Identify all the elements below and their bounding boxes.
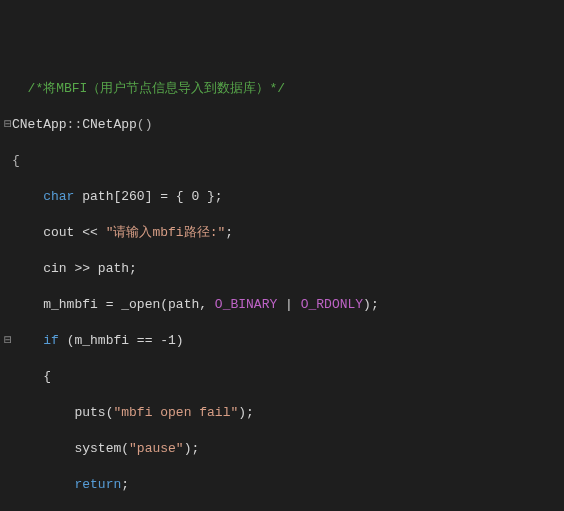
code-editor[interactable]: /*将MBFI（用户节点信息导入到数据库）*/ ⊟CNetApp::CNetAp… [0,60,564,511]
code-line: { [4,152,560,170]
code-line: return; [4,476,560,494]
code-line: system("pause"); [4,440,560,458]
code-line: ⊟CNetApp::CNetApp() [4,116,560,134]
fold-toggle[interactable]: ⊟ [4,116,12,134]
code-line: { [4,368,560,386]
code-line: m_hmbfi = _open(path, O_BINARY | O_RDONL… [4,296,560,314]
comment: /*将MBFI（用户节点信息导入到数据库）*/ [28,81,285,96]
fold-toggle[interactable]: ⊟ [4,332,12,350]
code-line: ⊟ if (m_hmbfi == -1) [4,332,560,350]
code-line: cout << "请输入mbfi路径:"; [4,224,560,242]
code-line: char path[260] = { 0 }; [4,188,560,206]
code-line: cin >> path; [4,260,560,278]
code-line: puts("mbfi open fail"); [4,404,560,422]
code-line: /*将MBFI（用户节点信息导入到数据库）*/ [4,80,560,98]
